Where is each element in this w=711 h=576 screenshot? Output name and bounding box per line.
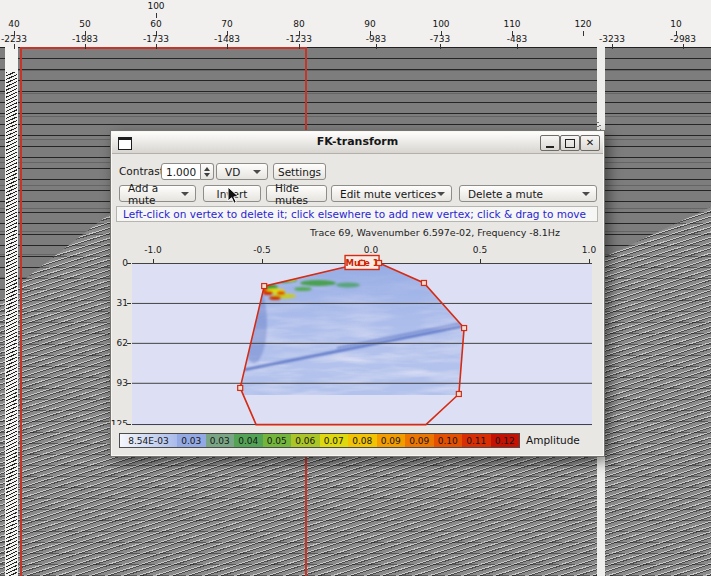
dialog-titlebar[interactable]: FK-transform ✕ (112, 132, 603, 154)
y-tick (127, 383, 131, 384)
cursor-icon (227, 186, 241, 210)
y-tick (127, 303, 131, 304)
colorbar-cell: 0.07 (320, 434, 349, 447)
ruler-tick (612, 44, 613, 49)
settings-button[interactable]: Settings (273, 163, 326, 180)
ruler-tick (376, 44, 377, 49)
ruler-label: -3233 (599, 34, 625, 44)
mute-vertex-handle[interactable] (456, 391, 461, 396)
edit-mute-vertices-label: Edit mute vertices (340, 188, 436, 200)
ruler-label: -1733 (143, 34, 169, 44)
colorbar-cell: 8.54E-03 (120, 434, 177, 447)
ruler-tick (440, 44, 441, 49)
ruler-label: 100 (432, 19, 449, 29)
colorbar-cell: 0.03 (206, 434, 235, 447)
x-tick-label: 1.0 (582, 245, 596, 255)
settings-button-label: Settings (278, 166, 321, 178)
hide-mutes-button-label: Hide mutes (275, 182, 318, 206)
mute-vertex-handle[interactable] (421, 280, 426, 285)
x-tick-label: 0.0 (364, 245, 378, 255)
colorbar-cell: 0.05 (263, 434, 292, 447)
ruler-label: -1233 (286, 34, 312, 44)
ruler-label: 120 (574, 19, 591, 29)
colorbar-cell: 0.11 (462, 434, 491, 447)
trace-header-ruler[interactable]: 10040506070809010011012010-2233-1983-173… (0, 0, 711, 47)
ruler-label: 90 (364, 19, 375, 29)
ruler-tick (517, 44, 518, 49)
selection-red-line-left[interactable] (20, 47, 22, 576)
ruler-label: -2233 (1, 34, 27, 44)
ruler-label: 60 (150, 19, 161, 29)
display-mode-dropdown[interactable]: VD (216, 163, 268, 180)
contrast-spinbox: 1.000 (161, 163, 214, 180)
ruler-label: 100 (147, 1, 164, 11)
mute-vertex-handle[interactable] (360, 261, 365, 266)
colorbar-cell: 0.03 (177, 434, 206, 447)
mute-vertex-handle[interactable] (262, 284, 267, 289)
fk-spectrum-content (132, 263, 592, 395)
y-tick-label: 125 (111, 419, 128, 425)
ruler-tick (227, 44, 228, 49)
ruler-label: 110 (503, 19, 520, 29)
y-tick (127, 263, 131, 264)
x-tick-label: -0.5 (253, 245, 271, 255)
ruler-label: -733 (430, 34, 450, 44)
dropdown-arrow-icon (181, 192, 189, 196)
minimize-icon (546, 146, 554, 148)
close-icon: ✕ (586, 138, 594, 148)
ruler-label: 10 (670, 19, 681, 29)
delete-mute-dropdown[interactable]: Delete a mute (459, 185, 597, 202)
ruler-tick (583, 31, 584, 36)
mute-vertex-handle[interactable] (238, 385, 243, 390)
ruler-label: -1983 (72, 34, 98, 44)
colorbar-cell: 0.12 (491, 434, 520, 447)
close-button[interactable]: ✕ (580, 135, 600, 151)
mute-vertex-handle[interactable] (377, 261, 382, 266)
ruler-label: -483 (507, 34, 527, 44)
y-axis-labels: 0316293125 (111, 131, 130, 425)
colorbar-cell: 0.10 (434, 434, 463, 447)
add-mute-label: Add a mute (128, 182, 181, 206)
mute-vertex-handle[interactable] (462, 326, 467, 331)
spin-down-icon (204, 173, 210, 177)
ruler-label: -2983 (670, 34, 696, 44)
contrast-spin-buttons[interactable] (201, 163, 214, 180)
application-screen: 10040506070809010011012010-2233-1983-173… (0, 0, 711, 576)
ruler-tick (156, 13, 157, 18)
dropdown-arrow-icon (582, 192, 590, 196)
hide-mutes-button[interactable]: Hide mutes (266, 185, 327, 202)
fk-spectrum-plot[interactable]: Mute 1 (132, 263, 592, 426)
spin-up-icon (204, 167, 210, 171)
display-mode-value: VD (225, 166, 240, 178)
edit-mute-vertices-dropdown[interactable]: Edit mute vertices (331, 185, 452, 202)
dropdown-arrow-icon (437, 192, 445, 196)
colorbar-cell: 0.08 (348, 434, 377, 447)
delete-mute-label: Delete a mute (468, 188, 543, 200)
fk-transform-dialog: FK-transform ✕ Contrast 1.000 VD Setting… (110, 130, 605, 457)
maximize-icon (565, 139, 575, 148)
colorbar-cell: 0.06 (291, 434, 320, 447)
trace-gap-strip-left (5, 47, 18, 576)
hint-bar: Left-click on vertex to delete it; click… (116, 206, 598, 222)
ruler-label: 40 (8, 19, 19, 29)
y-tick (127, 424, 131, 425)
x-tick-label: -1.0 (144, 245, 162, 255)
ruler-tick (156, 44, 157, 49)
ruler-tick (299, 44, 300, 49)
cursor-readout-status: Trace 69, Wavenumber 6.597e-02, Frequenc… (310, 227, 560, 238)
ruler-tick (683, 44, 684, 49)
fk-spectrum-svg: Mute 1 (132, 263, 592, 426)
add-mute-dropdown[interactable]: Add a mute (119, 185, 196, 202)
ruler-label: -983 (366, 34, 386, 44)
dropdown-arrow-icon (253, 170, 261, 174)
dialog-title: FK-transform (112, 135, 603, 148)
colorbar-cell: 0.09 (405, 434, 434, 447)
y-tick (127, 343, 131, 344)
amplitude-colorbar: 8.54E-030.030.030.040.050.060.070.080.09… (119, 433, 520, 448)
minimize-button[interactable] (540, 135, 560, 151)
ruler-label: 70 (221, 19, 232, 29)
maximize-button[interactable] (560, 135, 580, 151)
ruler-label: -1483 (214, 34, 240, 44)
contrast-value-field[interactable]: 1.000 (161, 163, 201, 180)
ruler-tick (85, 44, 86, 49)
